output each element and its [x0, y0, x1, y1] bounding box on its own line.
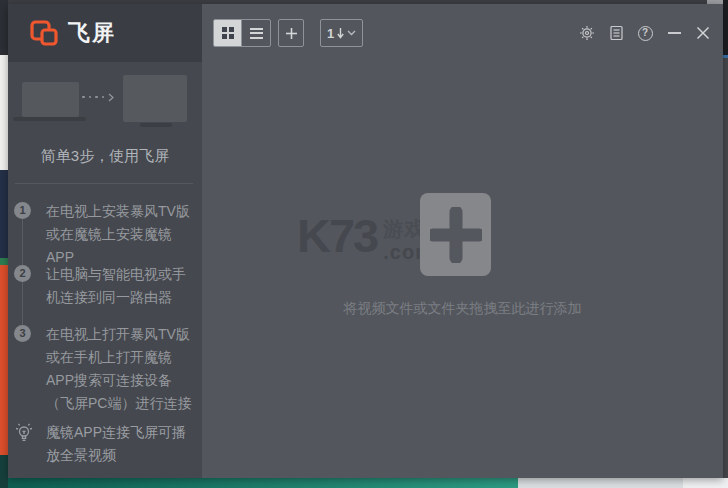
step-text: 在电视上打开暴风TV版或在手机上打开魔镜APP搜索可连接设备（飞屏PC端）进行连…: [46, 323, 196, 415]
window-controls: ?: [578, 4, 712, 62]
desktop-edge: [518, 478, 683, 488]
main-panel: 1: [202, 4, 723, 478]
app-logo-icon: [28, 18, 60, 48]
video-drop-zone[interactable]: K73 游戏之家 .com 将视频文件或文件夹拖拽至此进行添加: [202, 62, 723, 478]
add-icon: [285, 27, 298, 40]
desktop-edge: [683, 478, 728, 488]
minimize-icon[interactable]: [665, 24, 683, 42]
sidebar-caption: 简单3步，使用飞屏: [8, 147, 202, 166]
settings-gear-icon[interactable]: [578, 24, 596, 42]
desktop-edge: [0, 258, 8, 265]
tv-icon: [140, 123, 172, 127]
desktop-edge: [8, 478, 518, 488]
laptop-icon: [13, 117, 86, 121]
add-files-icon: [430, 207, 482, 263]
grid-view-icon: [222, 27, 234, 39]
divider: [15, 183, 193, 184]
sort-order-label: 1: [327, 26, 334, 41]
tip-row: 魔镜APP连接飞屏可播放全景视频: [14, 421, 196, 467]
view-toggle: [213, 19, 271, 47]
close-icon[interactable]: [694, 24, 712, 42]
lightbulb-icon: [14, 422, 34, 447]
step-number-badge: 3: [14, 325, 31, 342]
help-icon[interactable]: ?: [636, 24, 654, 42]
step-text: 在电视上安装暴风TV版或在魔镜上安装魔镜APP: [46, 200, 196, 269]
desktop-edge: [0, 265, 8, 455]
toolbar: 1: [202, 4, 723, 62]
tip-text: 魔镜APP连接飞屏可播放全景视频: [46, 421, 194, 467]
setup-step-2: 2 让电脑与智能电视或手机连接到同一路由器: [14, 263, 196, 309]
sort-order-icon: [337, 27, 344, 39]
dotted-arrow-icon: [82, 93, 118, 101]
add-video-button[interactable]: [278, 19, 304, 47]
sort-order-button[interactable]: 1: [320, 19, 363, 47]
add-files-button[interactable]: [420, 193, 491, 276]
desktop-edge: [0, 55, 8, 170]
list-view-icon: [250, 25, 263, 41]
desktop-edge: [0, 170, 8, 258]
step-number-badge: 2: [14, 265, 31, 282]
sidebar-help-panel: 简单3步，使用飞屏 1 在电视上安装暴风TV版或在魔镜上安装魔镜APP 2 让电…: [8, 62, 202, 478]
watermark-brand: K73: [297, 215, 377, 257]
app-title: 飞屏: [68, 18, 116, 48]
step-number-badge: 1: [14, 202, 31, 219]
tv-icon: [123, 75, 187, 122]
drop-hint-text: 将视频文件或文件夹拖拽至此进行添加: [202, 300, 723, 318]
grid-view-button[interactable]: [214, 20, 241, 46]
setup-step-1: 1 在电视上安装暴风TV版或在魔镜上安装魔镜APP: [14, 200, 196, 269]
desktop-background: 飞屏 简单3步，使用飞屏 1 在电视上安装暴风TV版或在魔镜上安装魔: [0, 0, 728, 488]
step-text: 让电脑与智能电视或手机连接到同一路由器: [46, 263, 196, 309]
setup-steps: 1 在电视上安装暴风TV版或在魔镜上安装魔镜APP 2 让电脑与智能电视或手机连…: [8, 200, 202, 478]
list-view-button[interactable]: [241, 20, 270, 46]
setup-step-3: 3 在电视上打开暴风TV版或在手机上打开魔镜APP搜索可连接设备（飞屏PC端）进…: [14, 323, 196, 415]
desktop-edge: [723, 58, 728, 478]
playlist-icon[interactable]: [607, 24, 625, 42]
desktop-edge: [0, 0, 8, 55]
laptop-icon: [22, 82, 79, 117]
brand-header: 飞屏: [8, 4, 202, 62]
chevron-down-icon: [347, 30, 356, 36]
app-window: 飞屏 简单3步，使用飞屏 1 在电视上安装暴风TV版或在魔镜上安装魔: [8, 4, 723, 478]
desktop-edge: [0, 455, 8, 488]
desktop-edge: [723, 0, 728, 55]
